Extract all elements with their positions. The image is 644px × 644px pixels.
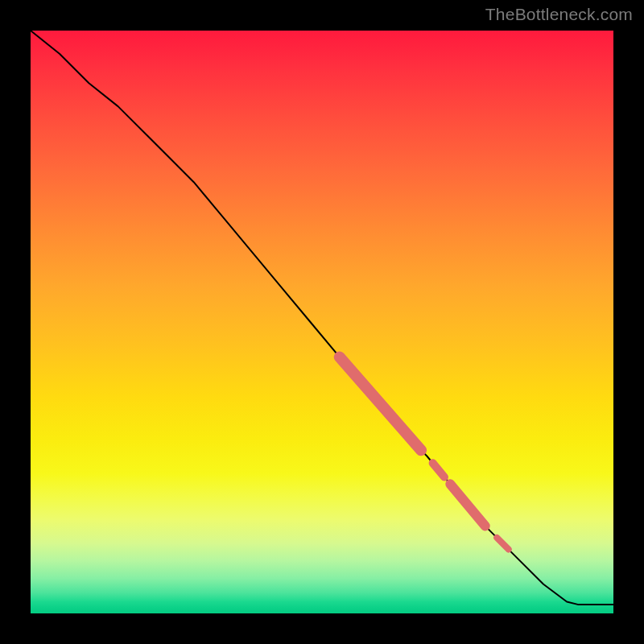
highlight-segment_a: [340, 357, 421, 450]
highlight-group: [340, 357, 509, 549]
watermark-text: TheBottleneck.com: [485, 5, 633, 24]
curve-layer: [31, 31, 613, 613]
highlight-segment_c: [450, 484, 485, 526]
bottleneck-curve: [31, 31, 613, 605]
highlight-dot_d: [497, 538, 509, 550]
plot-area: [31, 31, 613, 613]
highlight-dot_b: [433, 463, 444, 477]
chart-container: TheBottleneck.com: [0, 0, 644, 644]
